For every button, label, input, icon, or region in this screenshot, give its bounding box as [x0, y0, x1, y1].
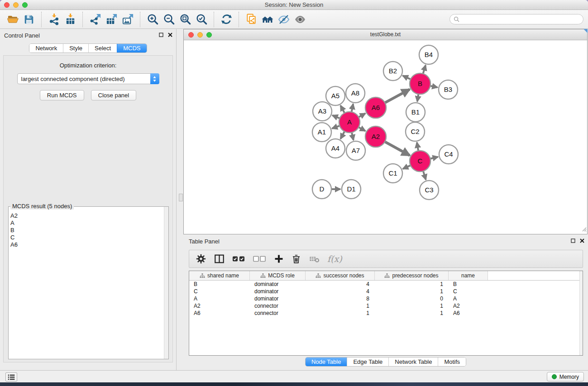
graph-edge-C-C4[interactable] — [430, 157, 438, 159]
zoom-fit-button[interactable] — [177, 11, 193, 28]
graph-edge-C-C1[interactable] — [403, 165, 411, 169]
graph-node-A5[interactable]: A5 — [326, 86, 345, 105]
graph-edge-A-A3[interactable] — [332, 115, 339, 119]
search-input[interactable] — [462, 16, 583, 23]
tab-motifs[interactable]: Motifs — [438, 357, 466, 366]
graph-edge-A-A6[interactable] — [359, 114, 365, 117]
graph-node-B3[interactable]: B3 — [439, 80, 458, 99]
frame-resize-grip[interactable] — [581, 225, 587, 234]
graph-node-C1[interactable]: C1 — [383, 164, 402, 183]
memory-button[interactable]: Memory — [547, 372, 584, 381]
mcds-result-item[interactable]: C — [10, 234, 163, 241]
graph-node-A[interactable]: A — [339, 112, 360, 133]
deselect-all-columns-button[interactable] — [251, 252, 268, 266]
mcds-result-item[interactable]: A6 — [10, 241, 163, 248]
hide-graphics-button[interactable] — [276, 11, 292, 28]
graph-node-A4[interactable]: A4 — [326, 139, 345, 158]
table-row-a6[interactable]: A6connector11A6 — [189, 310, 583, 317]
show-graphics-button[interactable] — [292, 11, 308, 28]
graph-node-C[interactable]: C — [410, 151, 430, 172]
column-header-name[interactable]: name — [449, 271, 488, 280]
column-header-successor-nodes[interactable]: successor nodes — [306, 271, 375, 280]
graph-edge-A-A8[interactable] — [352, 104, 354, 112]
graph-node-C4[interactable]: C4 — [439, 145, 458, 164]
graph-node-A7[interactable]: A7 — [346, 141, 365, 160]
zoom-out-button[interactable] — [161, 11, 177, 28]
tab-select[interactable]: Select — [88, 44, 117, 52]
tab-style[interactable]: Style — [63, 44, 88, 52]
tab-node-table[interactable]: Node Table — [306, 357, 347, 366]
float-panel-icon[interactable] — [571, 238, 575, 243]
graph-node-A3[interactable]: A3 — [313, 102, 332, 121]
mcds-result-item[interactable]: A — [10, 219, 163, 227]
close-panel-button[interactable]: Close panel — [91, 90, 137, 100]
close-panel-icon[interactable] — [168, 33, 172, 37]
graph-edge-A-A1[interactable] — [332, 126, 340, 129]
export-image-button[interactable] — [120, 11, 136, 28]
table-settings-button[interactable] — [194, 252, 208, 266]
tab-network[interactable]: Network — [29, 44, 63, 52]
graph-edge-A-A4[interactable] — [340, 131, 344, 139]
graph-node-A8[interactable]: A8 — [346, 84, 365, 103]
table-row-a2[interactable]: A2connector11A2 — [189, 302, 583, 310]
graph-edge-A-A5[interactable] — [340, 105, 344, 113]
column-header-mcds-role[interactable]: MCDS role — [250, 271, 306, 280]
delete-column-button[interactable] — [289, 252, 303, 266]
graph-node-D[interactable]: D — [312, 180, 331, 199]
table-row-b[interactable]: Bdominator41B — [189, 281, 583, 288]
graph-node-B2[interactable]: B2 — [383, 62, 402, 81]
column-header-shared-name[interactable]: shared name — [189, 271, 250, 280]
mcds-list-scrollbar[interactable] — [164, 207, 168, 359]
graph-edge-A2-C[interactable] — [385, 142, 410, 155]
graph-edge-A6-B[interactable] — [385, 89, 410, 103]
graph-edge-A-A7[interactable] — [352, 133, 354, 140]
graph-edge-B-B4[interactable] — [423, 65, 426, 74]
zoom-selected-button[interactable] — [193, 11, 210, 28]
vertical-splitter-grip[interactable] — [179, 194, 183, 201]
graph-node-B1[interactable]: B1 — [406, 103, 425, 122]
graph-edge-A-A2[interactable] — [359, 127, 365, 131]
graph-node-D1[interactable]: D1 — [342, 180, 361, 199]
table-row-c[interactable]: Cdominator41C — [189, 288, 583, 295]
import-table-button[interactable] — [62, 11, 78, 28]
table-cell: 8 — [306, 295, 375, 302]
graph-node-C3[interactable]: C3 — [420, 181, 439, 200]
criterion-select[interactable]: largest connected component (directed) — [17, 73, 159, 84]
tab-network-table[interactable]: Network Table — [388, 357, 438, 366]
mcds-result-item[interactable]: A2 — [10, 212, 163, 219]
mcds-result-item[interactable]: B — [10, 227, 163, 234]
select-all-columns-button[interactable] — [230, 252, 248, 266]
export-network-button[interactable] — [87, 11, 103, 28]
table-row-a[interactable]: Adominator80A — [189, 295, 583, 302]
graph-edge-B-B1[interactable] — [417, 94, 419, 102]
graph-edge-C-C3[interactable] — [423, 171, 426, 180]
graph-node-A2[interactable]: A2 — [365, 126, 386, 147]
refresh-button[interactable] — [218, 11, 234, 28]
graph-edge-C-C2[interactable] — [417, 143, 418, 151]
create-column-button[interactable] — [272, 252, 286, 266]
graph-edge-B-B2[interactable] — [403, 76, 411, 79]
graph-node-A6[interactable]: A6 — [365, 97, 386, 118]
graph-node-C2[interactable]: C2 — [406, 122, 425, 141]
import-network-button[interactable] — [46, 11, 62, 28]
open-session-button[interactable] — [5, 11, 21, 28]
network-canvas[interactable]: A5A8A3A6AA1A4A7A2B2B4BB3B1C2CC1C4C3DD1 — [184, 40, 587, 234]
run-mcds-button[interactable]: Run MCDS — [40, 90, 84, 100]
tab-edge-table[interactable]: Edge Table — [347, 357, 388, 366]
save-session-button[interactable] — [21, 11, 37, 28]
home-button[interactable] — [259, 11, 276, 28]
tab-mcds[interactable]: MCDS — [117, 44, 146, 52]
zoom-in-button[interactable] — [144, 11, 161, 28]
show-column-panel-button[interactable] — [212, 252, 227, 266]
graph-edge-B-B3[interactable] — [430, 86, 438, 87]
graph-node-B4[interactable]: B4 — [419, 45, 438, 64]
table-scrollbar[interactable] — [579, 271, 583, 355]
graph-node-B[interactable]: B — [410, 73, 430, 94]
panels-menu-button[interactable] — [5, 372, 17, 381]
column-header-predecessor-nodes[interactable]: predecessor nodes — [375, 271, 449, 280]
close-panel-icon[interactable] — [580, 238, 584, 243]
export-table-button[interactable] — [103, 11, 120, 28]
float-panel-icon[interactable] — [159, 33, 163, 37]
graph-node-A1[interactable]: A1 — [312, 123, 331, 142]
new-network-from-selection-button[interactable] — [243, 11, 259, 28]
